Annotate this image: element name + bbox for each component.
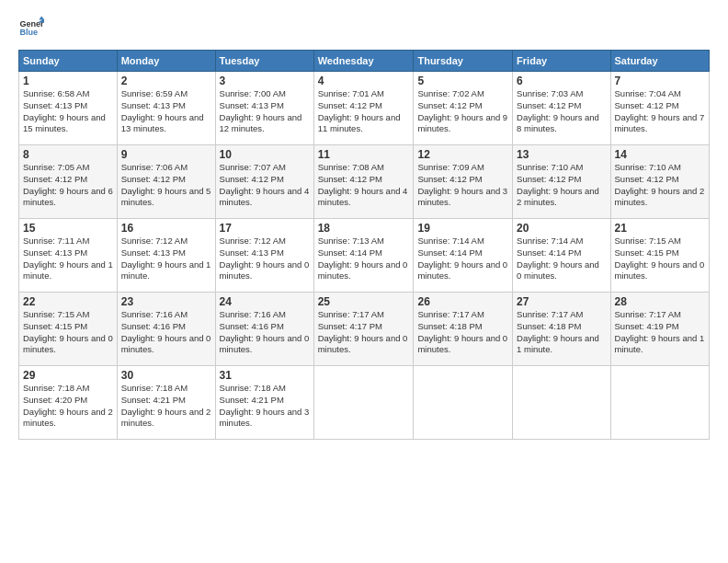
day-cell: 7 Sunrise: 7:04 AMSunset: 4:12 PMDayligh… xyxy=(610,72,709,145)
day-cell: 17 Sunrise: 7:12 AMSunset: 4:13 PMDaylig… xyxy=(215,219,313,293)
header-row: SundayMondayTuesdayWednesdayThursdayFrid… xyxy=(19,51,710,72)
day-cell: 29 Sunrise: 7:18 AMSunset: 4:20 PMDaylig… xyxy=(19,366,118,440)
day-number: 3 xyxy=(220,75,310,87)
day-number: 6 xyxy=(517,75,606,87)
calendar-table: SundayMondayTuesdayWednesdayThursdayFrid… xyxy=(18,50,710,440)
day-cell: 18 Sunrise: 7:13 AMSunset: 4:14 PMDaylig… xyxy=(313,219,414,293)
day-cell: 20 Sunrise: 7:14 AMSunset: 4:14 PMDaylig… xyxy=(513,219,610,293)
week-row-2: 8 Sunrise: 7:05 AMSunset: 4:12 PMDayligh… xyxy=(19,145,710,219)
day-number: 25 xyxy=(318,295,410,308)
day-cell: 26 Sunrise: 7:17 AMSunset: 4:18 PMDaylig… xyxy=(414,293,513,366)
day-info: Sunrise: 7:10 AMSunset: 4:12 PMDaylight:… xyxy=(615,162,705,207)
day-info: Sunrise: 7:13 AMSunset: 4:14 PMDaylight:… xyxy=(318,236,408,281)
day-header-monday: Monday xyxy=(117,51,215,72)
day-cell: 16 Sunrise: 7:12 AMSunset: 4:13 PMDaylig… xyxy=(117,219,215,293)
day-number: 11 xyxy=(318,148,410,161)
day-number: 13 xyxy=(517,148,606,161)
svg-text:General: General xyxy=(19,19,44,29)
day-cell: 25 Sunrise: 7:17 AMSunset: 4:17 PMDaylig… xyxy=(313,293,414,366)
day-header-saturday: Saturday xyxy=(610,51,709,72)
day-cell: 31 Sunrise: 7:18 AMSunset: 4:21 PMDaylig… xyxy=(215,366,313,440)
day-number: 5 xyxy=(417,75,508,87)
day-cell: 9 Sunrise: 7:06 AMSunset: 4:12 PMDayligh… xyxy=(117,145,215,219)
header: General Blue xyxy=(18,15,710,40)
day-info: Sunrise: 6:58 AMSunset: 4:13 PMDaylight:… xyxy=(23,88,106,133)
day-number: 21 xyxy=(615,222,705,235)
day-info: Sunrise: 7:16 AMSunset: 4:16 PMDaylight:… xyxy=(121,309,211,354)
day-number: 31 xyxy=(220,369,310,382)
svg-text:Blue: Blue xyxy=(19,28,38,37)
day-info: Sunrise: 7:15 AMSunset: 4:15 PMDaylight:… xyxy=(23,309,113,354)
day-header-thursday: Thursday xyxy=(414,51,513,72)
day-number: 17 xyxy=(220,222,310,235)
day-cell: 6 Sunrise: 7:03 AMSunset: 4:12 PMDayligh… xyxy=(513,72,610,145)
week-row-5: 29 Sunrise: 7:18 AMSunset: 4:20 PMDaylig… xyxy=(19,366,710,440)
day-info: Sunrise: 7:18 AMSunset: 4:20 PMDaylight:… xyxy=(23,383,113,428)
day-info: Sunrise: 7:16 AMSunset: 4:16 PMDaylight:… xyxy=(220,309,310,354)
day-cell: 13 Sunrise: 7:10 AMSunset: 4:12 PMDaylig… xyxy=(513,145,610,219)
day-number: 4 xyxy=(318,75,410,87)
logo: General Blue xyxy=(18,15,44,40)
day-number: 2 xyxy=(121,75,211,87)
day-cell xyxy=(414,366,513,440)
day-info: Sunrise: 7:15 AMSunset: 4:15 PMDaylight:… xyxy=(615,236,705,281)
day-cell: 8 Sunrise: 7:05 AMSunset: 4:12 PMDayligh… xyxy=(19,145,118,219)
day-header-wednesday: Wednesday xyxy=(313,51,414,72)
logo-icon: General Blue xyxy=(18,15,44,40)
day-cell: 23 Sunrise: 7:16 AMSunset: 4:16 PMDaylig… xyxy=(117,293,215,366)
day-cell: 11 Sunrise: 7:08 AMSunset: 4:12 PMDaylig… xyxy=(313,145,414,219)
day-number: 23 xyxy=(121,295,211,308)
day-cell: 15 Sunrise: 7:11 AMSunset: 4:13 PMDaylig… xyxy=(19,219,118,293)
day-cell: 2 Sunrise: 6:59 AMSunset: 4:13 PMDayligh… xyxy=(117,72,215,145)
day-number: 9 xyxy=(121,148,211,161)
day-info: Sunrise: 7:17 AMSunset: 4:18 PMDaylight:… xyxy=(517,309,599,354)
day-info: Sunrise: 7:11 AMSunset: 4:13 PMDaylight:… xyxy=(23,236,113,281)
day-info: Sunrise: 7:17 AMSunset: 4:18 PMDaylight:… xyxy=(417,309,507,354)
day-cell: 14 Sunrise: 7:10 AMSunset: 4:12 PMDaylig… xyxy=(610,145,709,219)
day-info: Sunrise: 7:17 AMSunset: 4:17 PMDaylight:… xyxy=(318,309,408,354)
day-number: 22 xyxy=(23,295,113,308)
day-number: 27 xyxy=(517,295,606,308)
day-info: Sunrise: 7:05 AMSunset: 4:12 PMDaylight:… xyxy=(23,162,113,207)
day-number: 15 xyxy=(23,222,113,235)
day-number: 29 xyxy=(23,369,113,382)
day-info: Sunrise: 7:00 AMSunset: 4:13 PMDaylight:… xyxy=(220,88,302,133)
day-number: 16 xyxy=(121,222,211,235)
day-number: 30 xyxy=(121,369,211,382)
day-info: Sunrise: 7:14 AMSunset: 4:14 PMDaylight:… xyxy=(417,236,507,281)
day-header-tuesday: Tuesday xyxy=(215,51,313,72)
day-number: 10 xyxy=(220,148,310,161)
day-cell xyxy=(610,366,709,440)
day-cell: 30 Sunrise: 7:18 AMSunset: 4:21 PMDaylig… xyxy=(117,366,215,440)
day-cell: 24 Sunrise: 7:16 AMSunset: 4:16 PMDaylig… xyxy=(215,293,313,366)
day-info: Sunrise: 7:07 AMSunset: 4:12 PMDaylight:… xyxy=(220,162,310,207)
day-info: Sunrise: 7:08 AMSunset: 4:12 PMDaylight:… xyxy=(318,162,408,207)
day-number: 24 xyxy=(220,295,310,308)
day-info: Sunrise: 7:14 AMSunset: 4:14 PMDaylight:… xyxy=(517,236,599,281)
day-info: Sunrise: 7:04 AMSunset: 4:12 PMDaylight:… xyxy=(615,88,705,133)
day-info: Sunrise: 7:06 AMSunset: 4:12 PMDaylight:… xyxy=(121,162,211,207)
day-info: Sunrise: 7:10 AMSunset: 4:12 PMDaylight:… xyxy=(517,162,599,207)
day-number: 1 xyxy=(23,75,113,87)
week-row-1: 1 Sunrise: 6:58 AMSunset: 4:13 PMDayligh… xyxy=(19,72,710,145)
day-info: Sunrise: 7:09 AMSunset: 4:12 PMDaylight:… xyxy=(417,162,507,207)
day-header-sunday: Sunday xyxy=(19,51,118,72)
day-cell: 22 Sunrise: 7:15 AMSunset: 4:15 PMDaylig… xyxy=(19,293,118,366)
day-info: Sunrise: 7:18 AMSunset: 4:21 PMDaylight:… xyxy=(220,383,310,428)
day-cell: 19 Sunrise: 7:14 AMSunset: 4:14 PMDaylig… xyxy=(414,219,513,293)
day-cell: 21 Sunrise: 7:15 AMSunset: 4:15 PMDaylig… xyxy=(610,219,709,293)
day-cell: 10 Sunrise: 7:07 AMSunset: 4:12 PMDaylig… xyxy=(215,145,313,219)
day-number: 18 xyxy=(318,222,410,235)
day-header-friday: Friday xyxy=(513,51,610,72)
day-number: 7 xyxy=(615,75,705,87)
week-row-4: 22 Sunrise: 7:15 AMSunset: 4:15 PMDaylig… xyxy=(19,293,710,366)
day-info: Sunrise: 7:02 AMSunset: 4:12 PMDaylight:… xyxy=(417,88,507,133)
day-info: Sunrise: 7:17 AMSunset: 4:19 PMDaylight:… xyxy=(615,309,705,354)
day-info: Sunrise: 7:03 AMSunset: 4:12 PMDaylight:… xyxy=(517,88,599,133)
week-row-3: 15 Sunrise: 7:11 AMSunset: 4:13 PMDaylig… xyxy=(19,219,710,293)
day-cell: 12 Sunrise: 7:09 AMSunset: 4:12 PMDaylig… xyxy=(414,145,513,219)
day-cell: 28 Sunrise: 7:17 AMSunset: 4:19 PMDaylig… xyxy=(610,293,709,366)
day-number: 20 xyxy=(517,222,606,235)
day-number: 12 xyxy=(417,148,508,161)
day-info: Sunrise: 7:12 AMSunset: 4:13 PMDaylight:… xyxy=(220,236,310,281)
